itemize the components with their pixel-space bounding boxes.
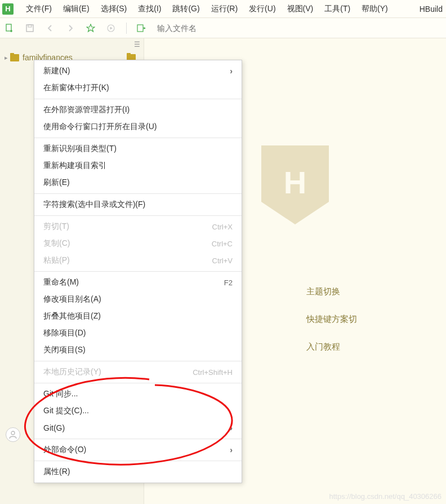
cm-local-history: 本地历史记录(Y)Ctrl+Shift+H: [34, 364, 242, 381]
folder-icon: [10, 54, 19, 61]
menu-run[interactable]: 运行(R): [206, 2, 243, 16]
cm-collapse-others[interactable]: 折叠其他项目(Z): [34, 308, 242, 325]
cm-separator: [34, 138, 242, 138]
context-menu: 新建(N)› 在新窗体中打开(K) 在外部资源管理器打开(I) 使用命令行窗口打…: [34, 60, 242, 483]
link-shortcut-scheme[interactable]: 快捷键方案切: [306, 314, 429, 325]
cm-separator: [34, 99, 242, 99]
cm-separator: [34, 361, 242, 361]
menu-find[interactable]: 查找(I): [132, 2, 167, 16]
cm-separator: [34, 215, 242, 216]
cm-alias[interactable]: 修改项目别名(A): [34, 291, 242, 308]
star-icon[interactable]: [86, 23, 96, 33]
hbuilder-shield-icon: H: [261, 145, 329, 224]
link-tutorial[interactable]: 入门教程: [306, 342, 429, 352]
cm-new[interactable]: 新建(N)›: [34, 63, 242, 79]
cm-copy: 复制(C)Ctrl+C: [34, 235, 242, 252]
chevron-right-icon: ›: [230, 423, 233, 432]
app-icon: H: [2, 3, 14, 15]
menu-help[interactable]: 帮助(Y): [356, 2, 394, 16]
cm-reidentify-type[interactable]: 重新识别项目类型(T): [34, 140, 242, 157]
svg-text:H: H: [284, 165, 306, 200]
toolbar-separator: [126, 23, 127, 34]
cm-separator: [34, 461, 242, 461]
cm-close-project[interactable]: 关闭项目(S): [34, 342, 242, 359]
watermark-text: https://blog.csdn.net/qq_40306266: [329, 492, 442, 501]
product-name: HBuild: [420, 5, 446, 14]
cm-git[interactable]: Git(G)›: [34, 419, 242, 436]
cm-open-new-window[interactable]: 在新窗体中打开(K): [34, 79, 242, 96]
cm-git-commit[interactable]: Git 提交(C)...: [34, 403, 242, 419]
chevron-right-icon: ▸: [5, 54, 8, 61]
svg-point-6: [11, 431, 15, 435]
preview-icon[interactable]: [137, 23, 147, 33]
svg-rect-1: [26, 25, 33, 32]
menu-goto[interactable]: 跳转(G): [167, 2, 205, 16]
menu-file[interactable]: 文件(F): [20, 2, 57, 16]
play-icon[interactable]: [106, 23, 116, 33]
cm-paste: 粘贴(P)Ctrl+V: [34, 252, 242, 269]
cm-git-sync[interactable]: Git 同步...: [34, 386, 242, 403]
cm-external-cmd[interactable]: 外部命令(O)›: [34, 441, 242, 458]
menu-edit[interactable]: 编辑(E): [57, 2, 95, 16]
back-icon[interactable]: [45, 23, 55, 33]
new-file-icon[interactable]: [5, 23, 15, 33]
menu-publish[interactable]: 发行(U): [243, 2, 281, 16]
cm-open-external[interactable]: 在外部资源管理器打开(I): [34, 101, 242, 118]
link-theme-switch[interactable]: 主题切换: [306, 286, 429, 297]
cm-properties[interactable]: 属性(R): [34, 463, 242, 480]
svg-rect-4: [137, 25, 143, 32]
sidebar-menu-icon[interactable]: ☰: [134, 41, 140, 48]
forward-icon[interactable]: [65, 23, 75, 33]
svg-rect-0: [6, 24, 11, 31]
cm-refresh[interactable]: 刷新(E): [34, 174, 242, 191]
cm-open-terminal[interactable]: 使用命令行窗口打开所在目录(U): [34, 118, 242, 135]
cm-separator: [34, 439, 242, 439]
menu-tools[interactable]: 工具(T): [319, 2, 356, 16]
chevron-right-icon: ›: [230, 445, 233, 454]
toolbar: [0, 18, 446, 38]
cm-rename[interactable]: 重命名(M)F2: [34, 274, 242, 291]
menu-select[interactable]: 选择(S): [95, 2, 133, 16]
cm-separator: [34, 383, 242, 383]
user-avatar-icon[interactable]: [6, 427, 20, 442]
cm-separator: [34, 193, 242, 194]
cm-cut: 剪切(T)Ctrl+X: [34, 218, 242, 235]
chevron-right-icon: ›: [230, 67, 233, 76]
cm-separator: [34, 271, 242, 272]
file-name-input[interactable]: [157, 24, 270, 33]
cm-char-search[interactable]: 字符搜索(选中目录或文件)(F): [34, 196, 242, 213]
save-icon[interactable]: [25, 23, 35, 33]
cm-rebuild-index[interactable]: 重新构建项目索引: [34, 157, 242, 174]
menubar: H 文件(F) 编辑(E) 选择(S) 查找(I) 跳转(G) 运行(R) 发行…: [0, 0, 446, 18]
menu-view[interactable]: 视图(V): [282, 2, 319, 16]
cm-remove-project[interactable]: 移除项目(D): [34, 325, 242, 342]
